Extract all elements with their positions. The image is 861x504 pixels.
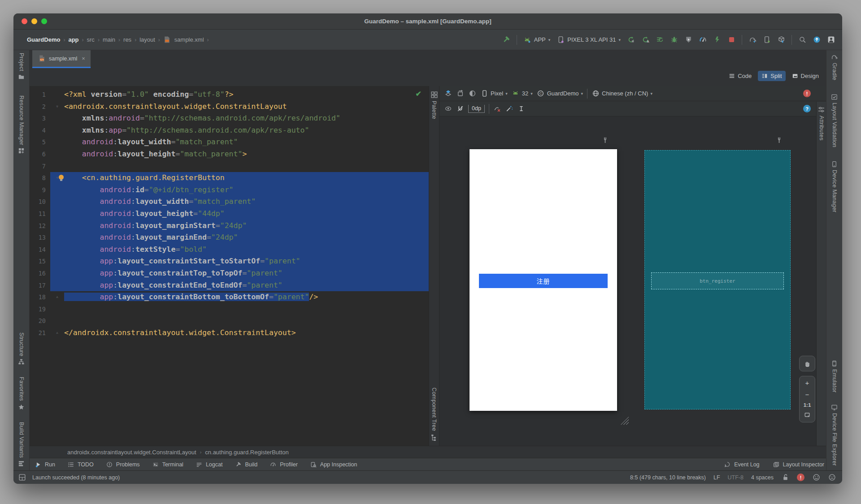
- code-line-3[interactable]: 3 xmlns:android="http://schemas.android.…: [30, 112, 429, 125]
- target-device-selector[interactable]: PIXEL 3 XL API 31▾: [557, 36, 621, 44]
- mode-design-button[interactable]: Design: [788, 71, 822, 81]
- toolwindow-todo-button[interactable]: TODO: [67, 461, 94, 469]
- breadcrumb-item-res[interactable]: res: [123, 36, 131, 43]
- stripe-button-device-manager[interactable]: Device Manager: [831, 161, 838, 212]
- stripe-button-layout-validation[interactable]: Layout Validation: [831, 94, 838, 147]
- canvas-resize-handle[interactable]: [621, 417, 629, 425]
- stripe-button-favorites[interactable]: Favorites: [18, 377, 25, 410]
- design-error-badge[interactable]: !: [803, 90, 811, 97]
- design-surface-icon[interactable]: [444, 90, 452, 98]
- design-canvas[interactable]: 注册 btn_register + − 1:1: [439, 117, 816, 446]
- design-preview-surface[interactable]: 注册: [470, 149, 617, 411]
- infer-constraints-wand-icon[interactable]: [505, 105, 513, 113]
- help-badge[interactable]: ?: [803, 105, 811, 112]
- autoconnect-off-icon[interactable]: [456, 105, 464, 113]
- toolwindow-profiler-button[interactable]: Profiler: [269, 461, 298, 469]
- api-selector[interactable]: 32▾: [512, 90, 533, 98]
- xml-crumb-cn-authing-guard-registerbutton[interactable]: cn.authing.guard.RegisterButton: [205, 449, 288, 456]
- apply-code-changes-icon[interactable]: [656, 36, 664, 44]
- code-line-9[interactable]: 9 android:id="@+id/btn_register": [30, 184, 429, 196]
- fold-marker-icon[interactable]: ▵: [50, 327, 64, 339]
- mode-split-button[interactable]: Split: [758, 71, 785, 81]
- device-selector[interactable]: Pixel▾: [480, 90, 508, 98]
- close-tab-icon[interactable]: ×: [82, 55, 85, 62]
- stripe-button-emulator[interactable]: Emulator: [831, 360, 838, 392]
- toolwindow-terminal-button[interactable]: Terminal: [152, 461, 183, 469]
- toolwindow-run-button[interactable]: Run: [34, 461, 55, 469]
- attributes-stripe-button[interactable]: Attributes: [817, 105, 826, 141]
- stripe-button-build-variants[interactable]: Build Variants: [18, 422, 25, 467]
- apply-changes-icon[interactable]: [713, 36, 721, 44]
- toolwindow-build-button[interactable]: Build: [234, 461, 257, 469]
- toolwindow-logcat-button[interactable]: Logcat: [195, 461, 223, 469]
- debug-bug-icon[interactable]: [670, 36, 678, 44]
- code-line-20[interactable]: 20: [30, 315, 429, 327]
- file-encoding[interactable]: UTF-8: [728, 474, 744, 481]
- breadcrumb-item-layout[interactable]: layout: [139, 36, 155, 43]
- component-tree-stripe-button[interactable]: Component Tree: [429, 388, 439, 441]
- code-line-6[interactable]: 6 android:layout_height="match_parent">: [30, 148, 429, 160]
- breadcrumb-item-sample-xml[interactable]: sample.xml: [174, 36, 204, 43]
- run-restart-icon[interactable]: A: [641, 36, 649, 44]
- design-wrench-icon[interactable]: [601, 136, 609, 144]
- run-icon[interactable]: [627, 36, 635, 44]
- toolwindow-problems-button[interactable]: Problems: [105, 461, 140, 469]
- mode-code-button[interactable]: Code: [725, 71, 755, 81]
- code-line-14[interactable]: 14 android:textStyle="bold": [30, 244, 429, 256]
- code-line-17[interactable]: 17 app:layout_constraintEnd_toEndOf="par…: [30, 280, 429, 292]
- feedback-happy-icon[interactable]: [812, 474, 820, 482]
- stripe-button-device-file-explorer[interactable]: Device File Explorer: [831, 404, 838, 466]
- code-line-10[interactable]: 10 android:layout_width="match_parent": [30, 196, 429, 208]
- breadcrumb-item-main[interactable]: main: [103, 36, 115, 43]
- default-margin-selector[interactable]: 0dp: [468, 105, 485, 113]
- clear-constraints-icon[interactable]: [493, 105, 501, 113]
- code-line-8[interactable]: 8▿ <cn.authing.guard.RegisterButton: [30, 172, 429, 184]
- toolwindow-app-inspection-button[interactable]: App Inspection: [309, 461, 357, 469]
- zoom-out-button[interactable]: −: [800, 391, 815, 398]
- stop-icon[interactable]: [727, 36, 735, 44]
- intention-bulb-icon[interactable]: [58, 175, 64, 181]
- zoom-in-button[interactable]: +: [800, 379, 815, 387]
- blueprint-wrench-icon[interactable]: [775, 136, 783, 144]
- toolwindow-layout-inspector-button[interactable]: Layout Inspector: [772, 461, 824, 469]
- feedback-sad-icon[interactable]: [828, 474, 836, 482]
- code-line-4[interactable]: 4 xmlns:app="http://schemas.android.com/…: [30, 125, 429, 137]
- fold-marker-icon[interactable]: ▿: [50, 172, 64, 184]
- palette-stripe-button[interactable]: Palette: [429, 90, 439, 119]
- unlock-icon[interactable]: [781, 474, 789, 482]
- locale-selector[interactable]: Chinese (zh / CN)▾: [591, 90, 652, 98]
- fold-marker-icon[interactable]: ▵: [50, 291, 64, 303]
- register-button-preview[interactable]: 注册: [479, 274, 608, 288]
- tab-sample-xml[interactable]: </> sample.xml ×: [32, 50, 91, 68]
- profiler-gauge-icon[interactable]: [699, 36, 707, 44]
- code-line-7[interactable]: 7: [30, 160, 429, 172]
- code-line-11[interactable]: 11 android:layout_height="44dp": [30, 208, 429, 220]
- build-hammer-icon[interactable]: [502, 36, 510, 44]
- line-ending[interactable]: LF: [713, 474, 720, 481]
- updates-icon[interactable]: [813, 36, 821, 44]
- xml-crumb-androidx-constraintlayout-widget-constraintlayout[interactable]: androidx.constraintlayout.widget.Constra…: [67, 449, 196, 456]
- code-line-2[interactable]: 2▿<androidx.constraintlayout.widget.Cons…: [30, 101, 429, 113]
- indent-setting[interactable]: 4 spaces: [751, 474, 774, 481]
- night-mode-icon[interactable]: [468, 90, 476, 98]
- breadcrumb-item-app[interactable]: app: [68, 36, 78, 43]
- fold-marker-icon[interactable]: ▿: [50, 101, 64, 113]
- attach-debugger-icon[interactable]: [684, 36, 692, 44]
- error-highlight-badge[interactable]: !: [797, 474, 804, 481]
- view-options-eye-icon[interactable]: [444, 105, 452, 113]
- code-line-18[interactable]: 18▵ app:layout_constraintBottom_toBottom…: [30, 291, 429, 303]
- avatar-icon[interactable]: [827, 36, 835, 44]
- run-config-selector[interactable]: APP▾: [523, 36, 551, 44]
- breadcrumb-item-guarddemo[interactable]: GuardDemo: [27, 36, 60, 43]
- pack-selection-icon[interactable]: [517, 105, 526, 113]
- register-button-blueprint[interactable]: btn_register: [651, 272, 784, 289]
- zoom-actual-size-button[interactable]: 1:1: [800, 402, 815, 408]
- caret-position[interactable]: 8:5 (479 chars, 10 line breaks): [630, 474, 706, 481]
- code-line-1[interactable]: 1<?xml version="1.0" encoding="utf-8"?>: [30, 89, 429, 101]
- pan-hand-button[interactable]: [799, 356, 815, 371]
- stripe-button-structure[interactable]: Structure: [18, 332, 25, 365]
- stripe-button-resource-manager[interactable]: Resource Manager: [18, 95, 25, 154]
- code-editor[interactable]: 1<?xml version="1.0" encoding="utf-8"?>2…: [30, 86, 429, 446]
- code-line-5[interactable]: 5 android:layout_width="match_parent": [30, 136, 429, 148]
- code-line-15[interactable]: 15 app:layout_constraintStart_toStartOf=…: [30, 255, 429, 267]
